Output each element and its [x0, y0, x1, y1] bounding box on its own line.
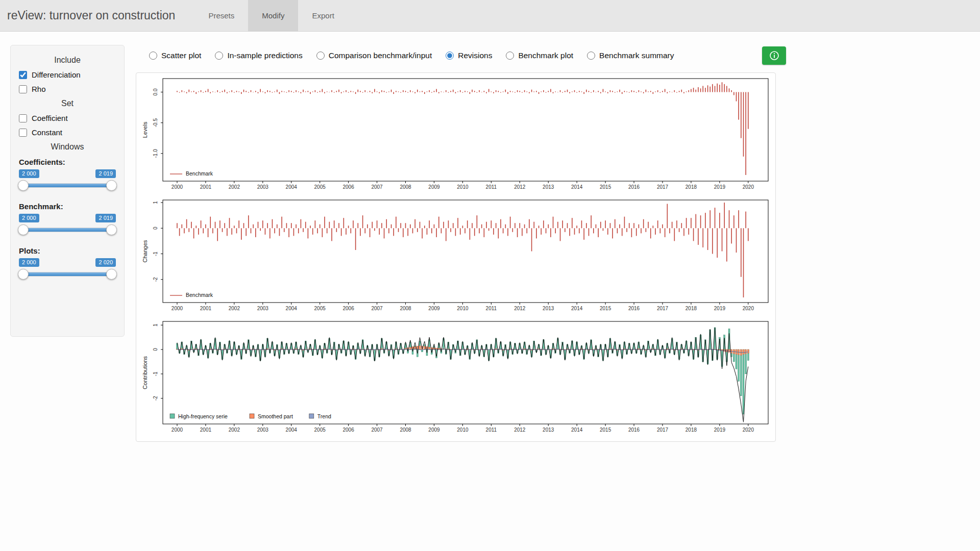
checkbox-input-rho[interactable] — [19, 85, 27, 93]
svg-text:0: 0 — [153, 348, 158, 351]
svg-text:2017: 2017 — [657, 427, 669, 433]
checkbox-constant[interactable]: Constant — [19, 128, 116, 137]
radio-label: Scatter plot — [161, 51, 201, 60]
app-title: reView: turnover on construction — [0, 0, 194, 31]
slider-fill — [22, 228, 113, 232]
slider-coefficients: Coefficients:2 0002 019 — [19, 158, 116, 196]
svg-text:Levels: Levels — [142, 121, 148, 138]
svg-text:2018: 2018 — [685, 427, 697, 433]
svg-text:2011: 2011 — [486, 184, 497, 190]
svg-text:0.0: 0.0 — [153, 88, 158, 95]
tab-modify[interactable]: Modify — [248, 0, 298, 31]
checkbox-label: Coefficient — [32, 114, 68, 122]
svg-text:2002: 2002 — [229, 306, 240, 311]
range-slider[interactable]: 2 0002 019 — [19, 166, 116, 196]
slider-fill — [22, 272, 113, 276]
svg-text:-2: -2 — [153, 277, 158, 282]
tab-presets[interactable]: Presets — [194, 0, 248, 31]
svg-text:2001: 2001 — [200, 306, 212, 311]
windows-sliders: Coefficients:2 0002 019Benchmark:2 0002 … — [19, 158, 116, 285]
svg-text:2018: 2018 — [685, 306, 697, 311]
range-slider[interactable]: 2 0002 020 — [19, 255, 116, 285]
info-button[interactable] — [762, 46, 786, 65]
radio-comparison-benchmark-input[interactable]: Comparison benchmark/input — [316, 51, 432, 60]
svg-text:2010: 2010 — [457, 306, 469, 311]
slider-fill — [22, 184, 113, 187]
changes-chart-svg: 2000200120022003200420052006200720082009… — [138, 196, 773, 318]
range-slider[interactable]: 2 0002 019 — [19, 211, 116, 240]
slider-handle-left[interactable] — [18, 224, 29, 235]
svg-text:-0.5: -0.5 — [153, 118, 158, 128]
checkbox-rho[interactable]: Rho — [19, 85, 116, 93]
radio-input-comparison-benchmark-input[interactable] — [316, 52, 325, 60]
svg-text:2007: 2007 — [371, 184, 383, 190]
svg-text:2003: 2003 — [257, 306, 269, 311]
slider-plots: Plots:2 0002 020 — [19, 246, 116, 285]
slider-label: Benchmark: — [19, 202, 116, 211]
svg-text:2013: 2013 — [543, 306, 554, 311]
checkbox-coefficient[interactable]: Coefficient — [19, 114, 116, 122]
radio-input-scatter-plot[interactable] — [149, 52, 157, 60]
slider-track[interactable] — [19, 272, 116, 277]
svg-text:2016: 2016 — [628, 184, 640, 190]
svg-text:2009: 2009 — [428, 427, 440, 433]
svg-text:2008: 2008 — [400, 184, 411, 190]
svg-text:2010: 2010 — [457, 184, 469, 190]
radio-input-in-sample-predictions[interactable] — [215, 52, 223, 60]
slider-track[interactable] — [19, 228, 116, 232]
slider-from-value: 2 000 — [19, 214, 39, 222]
include-checkbox-group: DifferenciationRho — [19, 70, 116, 93]
svg-text:2008: 2008 — [400, 427, 411, 433]
svg-text:-1.0: -1.0 — [153, 149, 158, 158]
svg-text:2001: 2001 — [200, 427, 212, 433]
svg-text:2012: 2012 — [514, 427, 526, 433]
slider-from-value: 2 000 — [19, 258, 39, 267]
radio-label: In-sample predictions — [227, 51, 302, 60]
slider-to-value: 2 019 — [95, 169, 116, 178]
levels-chart-svg: 2000200120022003200420052006200720082009… — [138, 75, 773, 196]
main-tabs: PresetsModifyExport — [194, 0, 348, 31]
svg-text:2015: 2015 — [600, 184, 611, 190]
svg-text:2018: 2018 — [685, 184, 697, 190]
radio-in-sample-predictions[interactable]: In-sample predictions — [215, 51, 302, 60]
slider-handle-left[interactable] — [18, 269, 29, 280]
radio-input-benchmark-plot[interactable] — [506, 52, 514, 60]
slider-to-value: 2 020 — [95, 258, 116, 267]
radio-benchmark-summary[interactable]: Benchmark summary — [587, 51, 674, 60]
radio-benchmark-plot[interactable]: Benchmark plot — [506, 51, 573, 60]
legend-label: Benchmark — [186, 292, 213, 298]
svg-text:2015: 2015 — [600, 427, 611, 433]
contributions-chart-svg: 2000200120022003200420052006200720082009… — [138, 318, 773, 439]
radio-label: Benchmark summary — [599, 51, 674, 60]
checkbox-input-constant[interactable] — [19, 129, 27, 137]
checkbox-input-coefficient[interactable] — [19, 114, 27, 122]
slider-handle-right[interactable] — [106, 180, 117, 191]
svg-text:2004: 2004 — [286, 306, 298, 311]
slider-handle-right[interactable] — [106, 224, 117, 235]
legend-label: Smoothed part — [258, 413, 293, 419]
tab-export[interactable]: Export — [298, 0, 348, 31]
svg-text:-1: -1 — [153, 252, 158, 256]
radio-revisions[interactable]: Revisions — [446, 51, 492, 60]
radio-input-revisions[interactable] — [446, 52, 454, 60]
checkbox-differenciation[interactable]: Differenciation — [19, 70, 116, 79]
svg-text:2000: 2000 — [172, 306, 183, 311]
slider-handle-left[interactable] — [18, 180, 29, 191]
checkbox-input-differenciation[interactable] — [19, 71, 27, 79]
svg-text:2011: 2011 — [486, 306, 497, 311]
svg-text:2000: 2000 — [172, 184, 183, 190]
main-area: Scatter plotIn-sample predictionsCompari… — [136, 45, 786, 442]
radio-input-benchmark-summary[interactable] — [587, 52, 595, 60]
slider-handle-right[interactable] — [106, 269, 117, 280]
svg-text:2014: 2014 — [571, 184, 583, 190]
svg-text:2005: 2005 — [314, 427, 326, 433]
svg-text:2015: 2015 — [600, 306, 611, 311]
svg-text:2013: 2013 — [543, 184, 554, 190]
legend-label: Trend — [317, 413, 331, 419]
svg-text:2004: 2004 — [286, 184, 298, 190]
svg-text:2016: 2016 — [628, 427, 640, 433]
slider-track[interactable] — [19, 183, 116, 188]
svg-text:2007: 2007 — [371, 427, 383, 433]
radio-scatter-plot[interactable]: Scatter plot — [149, 51, 201, 60]
svg-text:1: 1 — [153, 323, 158, 327]
